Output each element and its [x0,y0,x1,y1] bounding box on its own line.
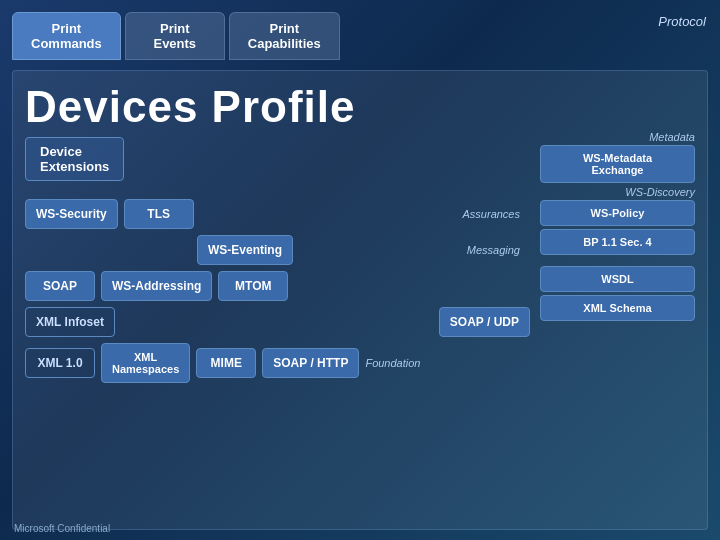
top-tabs: Print Commands Print Events Print Capabi… [12,12,708,60]
ws-eventing-cell[interactable]: WS-Eventing [197,235,293,265]
grid-section: Device Extensions WS-Security TLS Assura… [25,137,530,383]
tab-print-events[interactable]: Print Events [125,12,225,60]
ws-security-cell[interactable]: WS-Security [25,199,118,229]
right-panel: Metadata WS-Metadata Exchange WS-Discove… [540,127,695,324]
soap-udp-cell[interactable]: SOAP / UDP [439,307,530,337]
tls-cell[interactable]: TLS [124,199,194,229]
soap-cell[interactable]: SOAP [25,271,95,301]
protocol-label: Protocol [658,14,706,29]
ws-metadata-btn[interactable]: WS-Metadata Exchange [540,145,695,183]
xml-10-cell[interactable]: XML 1.0 [25,348,95,378]
row-soap: SOAP WS-Addressing MTOM [25,271,530,301]
ms-confidential: Microsoft Confidential [14,523,110,534]
xml-namespaces-cell[interactable]: XML Namespaces [101,343,190,383]
device-extensions-box[interactable]: Device Extensions [25,137,530,189]
ws-addressing-cell[interactable]: WS-Addressing [101,271,212,301]
main-area: Devices Profile Metadata WS-Metadata Exc… [12,70,708,530]
ws-discovery-label: WS-Discovery [540,186,695,198]
foundation-label: Foundation [365,357,424,369]
mime-cell[interactable]: MIME [196,348,256,378]
mtom-cell[interactable]: MTOM [218,271,288,301]
devices-profile-title: Devices Profile [25,81,695,129]
assurances-label: Assurances [453,201,530,227]
soap-http-cell[interactable]: SOAP / HTTP [262,348,359,378]
metadata-label: Metadata [540,131,695,143]
tab-print-commands[interactable]: Print Commands [12,12,121,60]
messaging-label: Messaging [457,237,530,263]
wsdl-btn[interactable]: WSDL [540,266,695,292]
row-xml-infoset: XML Infoset SOAP / UDP [25,307,530,337]
row-xml-10: XML 1.0 XML Namespaces MIME SOAP / HTTP … [25,343,530,383]
row-assurances: WS-Security TLS Assurances [25,199,530,229]
bp11-btn[interactable]: BP 1.1 Sec. 4 [540,229,695,255]
xml-infoset-cell[interactable]: XML Infoset [25,307,115,337]
tab-print-capabilities[interactable]: Print Capabilities [229,12,340,60]
ws-policy-btn[interactable]: WS-Policy [540,200,695,226]
row-messaging: WS-Eventing Messaging [25,235,530,265]
xml-schema-btn[interactable]: XML Schema [540,295,695,321]
